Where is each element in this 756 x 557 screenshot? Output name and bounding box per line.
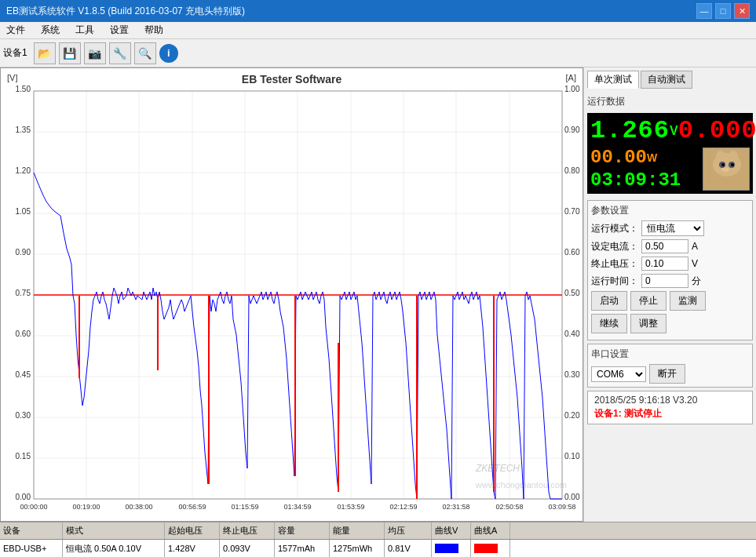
svg-text:1.20: 1.20	[16, 166, 31, 175]
disconnect-button[interactable]: 断开	[649, 364, 685, 384]
stop-button[interactable]: 停止	[630, 291, 667, 311]
svg-text:0.60: 0.60	[564, 248, 580, 257]
menu-help[interactable]: 帮助	[141, 22, 166, 38]
power-row: 00.00 W 03:09:31	[590, 147, 750, 191]
svg-text:0.00: 0.00	[564, 493, 580, 501]
status-bar: 2018/5/25 9:16:18 V3.20 设备1: 测试停止	[587, 391, 753, 424]
col-curvev-header: 曲线V	[432, 522, 471, 539]
chart-area: EB Tester Software [V] [A] ZKETECH www.c…	[0, 67, 583, 522]
search-button[interactable]: 🔍	[134, 42, 156, 64]
running-data-display: 1.266 V 0.000 A 00.00 W 03:09:31	[587, 113, 753, 194]
monitor-button[interactable]: 监测	[670, 291, 706, 311]
y-axis-right: 1.00 0.90 0.80 0.70 0.60 0.50 0.40 0.30 …	[564, 85, 580, 501]
voltage-current-row: 1.266 V 0.000 A	[590, 116, 750, 145]
svg-point-62	[721, 163, 725, 166]
svg-text:0.60: 0.60	[16, 329, 31, 338]
cell-capacity: 1577mAh	[275, 540, 330, 557]
svg-text:0.80: 0.80	[564, 166, 580, 175]
menu-settings[interactable]: 设置	[107, 22, 132, 38]
menu-bar: 文件 系统 工具 设置 帮助	[0, 22, 756, 39]
col-curvea-header: 曲线A	[471, 522, 510, 539]
open-button[interactable]: 📂	[34, 42, 56, 64]
app-title: EB测试系统软件 V1.8.5 (Build 2016-03-07 充电头特别版…	[6, 5, 245, 18]
svg-text:0.50: 0.50	[564, 289, 580, 297]
svg-text:0.45: 0.45	[16, 370, 31, 379]
col-avgv-header: 均压	[385, 522, 432, 539]
menu-tools[interactable]: 工具	[72, 22, 97, 38]
port-label: 串口设置	[591, 348, 749, 361]
maximize-button[interactable]: □	[715, 3, 731, 19]
tabs: 单次测试 自动测试	[587, 71, 753, 89]
time-label: 运行时间：	[591, 275, 638, 288]
current-value: 0.000	[678, 116, 756, 145]
voltage-stop-label: 终止电压：	[591, 257, 638, 271]
tab-auto[interactable]: 自动测试	[641, 71, 692, 89]
title-bar: EB测试系统软件 V1.8.5 (Build 2016-03-07 充电头特别版…	[0, 0, 756, 22]
voltage-row: 终止电压： V	[591, 257, 749, 271]
svg-text:0.40: 0.40	[564, 329, 580, 338]
svg-text:0.90: 0.90	[16, 248, 31, 257]
running-data-label: 运行数据	[587, 95, 753, 108]
svg-text:1.50: 1.50	[16, 85, 31, 93]
chart-svg: 1.50 1.35 1.20 1.05 0.90 0.75 0.60 0.45 …	[1, 68, 583, 521]
col-mode-header: 模式	[63, 522, 165, 539]
middle-section: EB Tester Software [V] [A] ZKETECH www.c…	[0, 67, 756, 522]
svg-text:0.75: 0.75	[16, 289, 31, 297]
col-endv-header: 终止电压	[220, 522, 275, 539]
svg-text:0.20: 0.20	[564, 411, 580, 420]
svg-point-57	[716, 151, 725, 163]
voltage-unit-label: V	[692, 258, 698, 269]
svg-text:0.30: 0.30	[564, 370, 580, 379]
svg-text:01:53:59: 01:53:59	[337, 503, 364, 511]
status-line1: 2018/5/25 9:16:18 V3.20	[594, 395, 746, 406]
control-buttons-row2: 继续 调整	[591, 314, 749, 333]
menu-system[interactable]: 系统	[38, 22, 63, 38]
svg-text:00:19:00: 00:19:00	[72, 503, 100, 511]
col-startv-header: 起始电压	[165, 522, 220, 539]
time-row: 运行时间： 分	[591, 274, 749, 288]
device-image	[703, 147, 750, 191]
time-input[interactable]	[641, 274, 688, 288]
power-time-group: 00.00 W 03:09:31	[590, 147, 681, 191]
params-label: 参数设置	[591, 204, 749, 217]
current-input[interactable]	[641, 239, 688, 253]
cell-curvev	[432, 540, 471, 557]
svg-text:01:34:59: 01:34:59	[283, 503, 311, 511]
port-select[interactable]: COM6	[591, 366, 646, 382]
wrench-button[interactable]: 🔧	[109, 42, 131, 64]
svg-text:0.70: 0.70	[564, 207, 580, 216]
svg-point-63	[731, 163, 734, 166]
svg-text:02:12:59: 02:12:59	[389, 503, 417, 511]
svg-text:01:15:59: 01:15:59	[231, 503, 258, 511]
info-button[interactable]: i	[159, 44, 178, 63]
svg-text:1.05: 1.05	[16, 207, 31, 216]
minimize-button[interactable]: —	[696, 3, 712, 19]
svg-text:1.35: 1.35	[16, 126, 31, 134]
current-label: 设定电流：	[591, 240, 638, 253]
mode-select[interactable]: 恒电流	[641, 220, 704, 236]
menu-file[interactable]: 文件	[3, 22, 28, 38]
continue-button[interactable]: 继续	[591, 314, 627, 333]
adjust-button[interactable]: 调整	[630, 314, 667, 333]
power-unit: W	[647, 151, 657, 164]
close-button[interactable]: ✕	[734, 3, 750, 19]
right-panel: 单次测试 自动测试 运行数据 1.266 V 0.000 A	[583, 67, 756, 522]
camera-button[interactable]: 📷	[84, 42, 106, 64]
cell-energy: 1275mWh	[330, 540, 385, 557]
tab-single[interactable]: 单次测试	[587, 71, 639, 89]
svg-text:02:31:58: 02:31:58	[442, 503, 469, 511]
cell-mode: 恒电流 0.50A 0.10V	[63, 540, 165, 557]
cell-avgv: 0.81V	[385, 540, 432, 557]
col-capacity-header: 容量	[275, 522, 330, 539]
window-controls: — □ ✕	[696, 3, 750, 19]
time-value: 03:09:31	[590, 169, 681, 191]
mode-label: 运行模式：	[591, 222, 638, 235]
start-button[interactable]: 启动	[591, 291, 627, 311]
device-label: 设备1	[3, 46, 27, 60]
svg-text:0.30: 0.30	[16, 411, 31, 420]
cell-endv: 0.093V	[220, 540, 275, 557]
voltage-input[interactable]	[641, 257, 688, 271]
current-unit-label: A	[692, 241, 698, 252]
params-section: 参数设置 运行模式： 恒电流 设定电流： A 终止电压：	[587, 200, 753, 340]
save-button[interactable]: 💾	[59, 42, 81, 64]
